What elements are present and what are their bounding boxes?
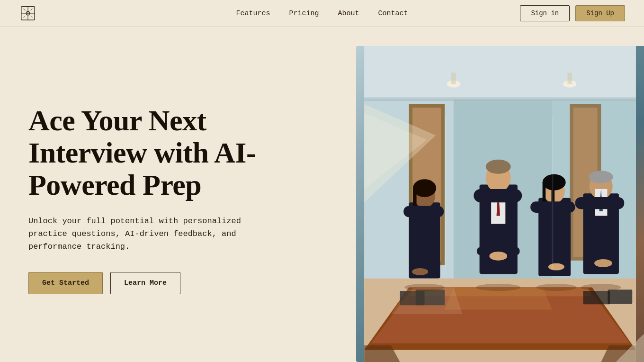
hero-buttons: Get Started Learn More bbox=[28, 272, 331, 294]
hero-content: Ace Your Next Interview with AI-Powered … bbox=[0, 27, 350, 362]
svg-rect-45 bbox=[403, 206, 444, 217]
svg-point-70 bbox=[536, 284, 576, 291]
signin-button[interactable]: Sign in bbox=[520, 5, 570, 21]
svg-rect-73 bbox=[552, 118, 553, 270]
svg-rect-21 bbox=[567, 73, 572, 84]
svg-point-71 bbox=[581, 284, 621, 291]
svg-rect-74 bbox=[364, 97, 636, 101]
svg-rect-66 bbox=[583, 291, 610, 304]
svg-line-6 bbox=[24, 16, 26, 18]
svg-rect-9 bbox=[364, 46, 636, 100]
logo-icon bbox=[19, 4, 37, 22]
svg-point-40 bbox=[489, 252, 507, 261]
nav-link-features[interactable]: Features bbox=[236, 9, 270, 18]
svg-rect-44 bbox=[413, 188, 417, 206]
svg-rect-61 bbox=[575, 197, 624, 209]
svg-rect-19 bbox=[451, 73, 456, 84]
svg-line-4 bbox=[24, 9, 26, 11]
corner-decoration bbox=[616, 334, 644, 362]
svg-rect-38 bbox=[477, 247, 492, 255]
navbar: Features Pricing About Contact Sign in S… bbox=[0, 0, 644, 27]
hero-section: Ace Your Next Interview with AI-Powered … bbox=[0, 27, 644, 362]
hero-subtitle: Unlock your full potential with personal… bbox=[28, 215, 284, 253]
nav-actions: Sign in Sign Up bbox=[520, 5, 625, 21]
logo[interactable] bbox=[19, 4, 37, 22]
svg-point-55 bbox=[548, 263, 564, 271]
nav-link-about[interactable]: About bbox=[338, 9, 359, 18]
svg-rect-51 bbox=[543, 182, 546, 202]
hero-title: Ace Your Next Interview with AI-Powered … bbox=[28, 104, 331, 201]
svg-rect-72 bbox=[445, 118, 446, 270]
nav-link-pricing[interactable]: Pricing bbox=[289, 9, 319, 18]
svg-point-47 bbox=[412, 268, 428, 275]
get-started-button[interactable]: Get Started bbox=[28, 272, 103, 294]
signup-button[interactable]: Sign Up bbox=[575, 5, 625, 21]
nav-links: Features Pricing About Contact bbox=[236, 9, 408, 18]
hero-image bbox=[356, 46, 644, 362]
svg-point-36 bbox=[486, 160, 511, 174]
svg-rect-64 bbox=[608, 290, 632, 304]
boardroom-illustration bbox=[356, 46, 644, 362]
learn-more-button[interactable]: Learn More bbox=[110, 272, 180, 294]
svg-point-68 bbox=[404, 284, 445, 291]
svg-point-63 bbox=[594, 259, 612, 267]
svg-point-69 bbox=[476, 284, 520, 291]
nav-link-contact[interactable]: Contact bbox=[378, 9, 408, 18]
hero-image-area bbox=[350, 27, 644, 362]
svg-point-58 bbox=[589, 171, 613, 183]
svg-rect-39 bbox=[504, 247, 519, 255]
svg-line-5 bbox=[31, 9, 33, 11]
svg-line-7 bbox=[31, 16, 33, 18]
svg-rect-37 bbox=[474, 189, 522, 202]
